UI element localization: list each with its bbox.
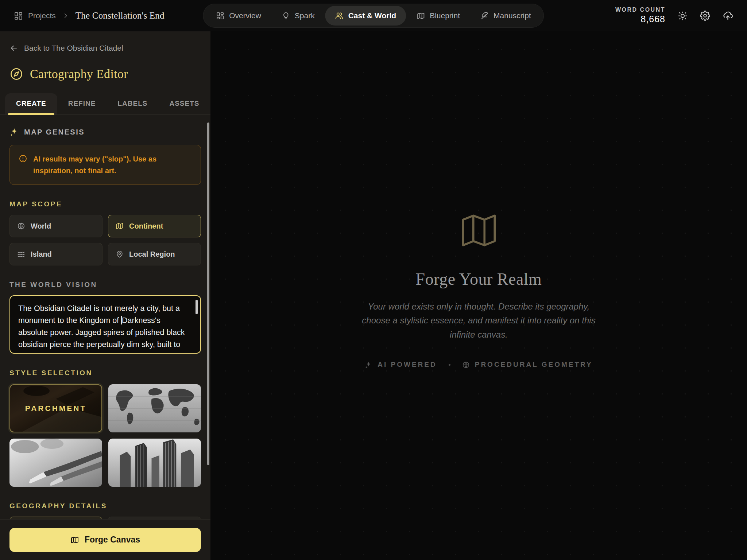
word-count-label: WORD COUNT	[615, 6, 665, 13]
map-icon	[417, 12, 425, 20]
style-tile-label: PARCHMENT	[9, 384, 102, 432]
back-link[interactable]: Back to The Obsidian Citadel	[9, 44, 201, 52]
people-icon	[335, 12, 344, 20]
ai-warning-text: AI results may vary ("slop"). Use as ins…	[33, 153, 192, 176]
sparkles-icon	[365, 361, 372, 369]
settings-gear-icon[interactable]	[700, 11, 710, 21]
forge-canvas-bar: Forge Canvas	[0, 519, 210, 560]
breadcrumb-projects-label: Projects	[28, 11, 56, 20]
word-count: WORD COUNT 8,668	[615, 6, 665, 25]
style-selection-grid: PARCHMENT	[9, 384, 201, 487]
alert-circle-icon	[19, 154, 27, 176]
sidebar-content: Back to The Obsidian Citadel Cartography…	[0, 31, 210, 519]
style-tile-world-map[interactable]	[108, 384, 201, 432]
compass-icon	[9, 67, 23, 81]
procedural-geometry-badge: PROCEDURAL GEOMETRY	[462, 361, 593, 369]
skyscrapers-photo	[108, 439, 201, 487]
ai-warning-banner: AI results may vary ("slop"). Use as ins…	[9, 145, 201, 185]
breadcrumb-project-name: The Constellation's End	[76, 11, 165, 21]
tab-label: REFINE	[68, 100, 96, 107]
nav-item-overview[interactable]: Overview	[206, 6, 271, 26]
scope-option-island[interactable]: Island	[9, 243, 102, 265]
tab-label: LABELS	[117, 100, 147, 107]
cartography-editor-app: Projects The Constellation's End Overvie…	[0, 0, 747, 560]
style-tile-city[interactable]	[108, 439, 201, 487]
map-scope-options: World Continent Island	[9, 215, 201, 265]
sidebar-scrollbar-thumb[interactable]	[207, 122, 209, 465]
nav-item-manuscript[interactable]: Manuscript	[471, 6, 541, 26]
canvas-empty-state: Forge Your Realm Your world exists only …	[210, 31, 747, 560]
paintbrushes-photo	[9, 439, 102, 487]
scope-option-world[interactable]: World	[9, 215, 102, 237]
tab-label: ASSETS	[169, 100, 199, 107]
geography-option-waterways[interactable]: WATERWAYS	[108, 517, 201, 519]
vision-scrollbar-thumb[interactable]	[196, 300, 198, 314]
ai-powered-badge: AI POWERED	[365, 361, 437, 369]
active-tab-underline	[8, 113, 54, 115]
tab-labels[interactable]: LABELS	[107, 93, 158, 114]
nav-label: Spark	[295, 11, 315, 20]
map-icon	[116, 222, 124, 230]
nav-label: Overview	[229, 11, 261, 20]
cloud-upload-icon[interactable]	[723, 11, 733, 21]
geography-option-mountains[interactable]: MOUNTAINS	[9, 517, 102, 519]
feather-icon	[480, 12, 489, 20]
style-tile-parchment[interactable]: PARCHMENT	[9, 384, 102, 432]
nav-item-cast-and-world[interactable]: Cast & World	[325, 6, 406, 26]
map-icon	[70, 536, 79, 544]
world-map-wall-photo	[108, 384, 201, 432]
dashboard-grid-icon	[216, 12, 224, 20]
page-title: Cartography Editor	[30, 67, 128, 81]
nav-label: Manuscript	[494, 11, 531, 20]
cartography-sidebar: Back to The Obsidian Citadel Cartography…	[0, 31, 210, 560]
map-pin-icon	[116, 250, 124, 258]
tab-refine[interactable]: REFINE	[57, 93, 107, 114]
chevron-right-icon	[62, 12, 69, 19]
empty-state-title: Forge Your Realm	[416, 269, 542, 289]
badge-separator-dot	[449, 364, 450, 366]
nav-label: Blueprint	[430, 11, 460, 20]
nav-item-spark[interactable]: Spark	[272, 6, 325, 26]
style-selection-heading: STYLE SELECTION	[9, 369, 201, 377]
theme-sun-icon[interactable]	[678, 11, 688, 21]
scope-option-local-region[interactable]: Local Region	[108, 243, 201, 265]
sidebar-tabs: CREATE REFINE LABELS ASSETS	[0, 93, 210, 115]
forge-canvas-label: Forge Canvas	[85, 535, 140, 545]
editor-title-row: Cartography Editor	[9, 67, 201, 81]
breadcrumb: Projects The Constellation's End	[14, 0, 165, 31]
geography-details-heading: GEOGRAPHY DETAILS	[9, 502, 201, 510]
nav-label: Cast & World	[348, 11, 396, 20]
world-vision-heading: THE WORLD VISION	[9, 281, 201, 289]
projects-grid-icon	[14, 11, 23, 20]
folded-map-icon	[457, 208, 501, 253]
globe-icon	[17, 222, 25, 230]
scope-option-label: Local Region	[129, 250, 175, 258]
style-tile-brushes[interactable]	[9, 439, 102, 487]
map-genesis-heading-row: MAP GENESIS	[9, 127, 201, 137]
scope-option-label: Continent	[129, 222, 163, 230]
badge-label: PROCEDURAL GEOMETRY	[475, 361, 593, 369]
map-scope-heading: MAP SCOPE	[9, 200, 201, 208]
back-link-label: Back to The Obsidian Citadel	[24, 44, 123, 52]
tab-label: CREATE	[16, 100, 46, 107]
forge-canvas-button[interactable]: Forge Canvas	[9, 528, 201, 552]
tab-create[interactable]: CREATE	[5, 93, 57, 114]
scope-option-label: Island	[31, 250, 52, 258]
map-canvas[interactable]: Forge Your Realm Your world exists only …	[210, 31, 747, 560]
empty-state-badges: AI POWERED PROCEDURAL GEOMETRY	[365, 361, 592, 369]
nav-item-blueprint[interactable]: Blueprint	[407, 6, 470, 26]
arrow-left-icon	[9, 44, 18, 52]
scope-option-label: World	[31, 222, 51, 230]
word-count-value: 8,668	[615, 13, 665, 25]
badge-label: AI POWERED	[378, 361, 437, 369]
geography-options: MOUNTAINS WATERWAYS	[9, 517, 201, 519]
tab-assets[interactable]: ASSETS	[158, 93, 210, 114]
top-bar: Projects The Constellation's End Overvie…	[0, 0, 747, 31]
main-nav: Overview Spark Cast & World Blueprint	[203, 4, 544, 28]
globe-icon	[462, 361, 470, 369]
world-vision-input[interactable]: The Obsidian Citadel is not merely a cit…	[9, 295, 201, 354]
breadcrumb-projects[interactable]: Projects	[14, 11, 56, 20]
scope-option-continent[interactable]: Continent	[108, 215, 201, 237]
waves-icon	[17, 250, 25, 258]
sparkles-icon	[9, 127, 19, 137]
